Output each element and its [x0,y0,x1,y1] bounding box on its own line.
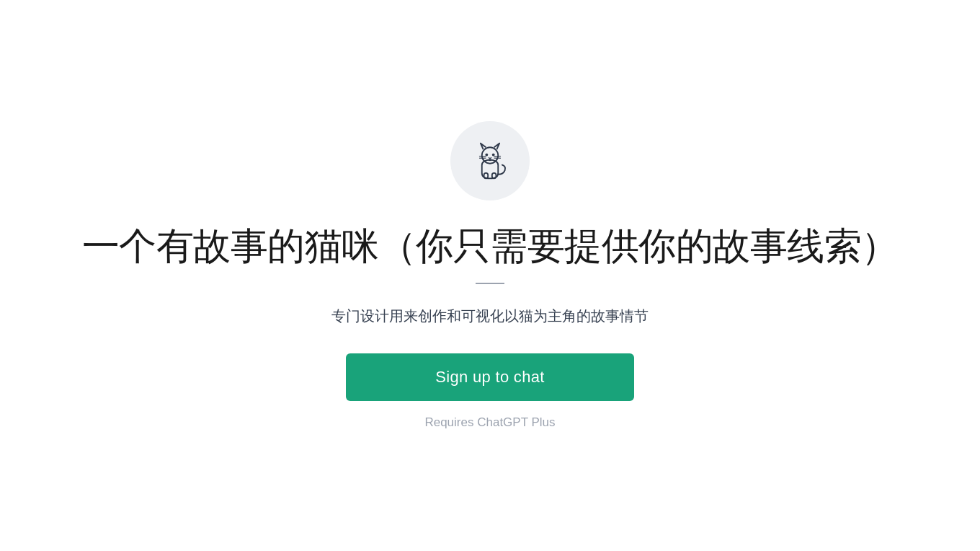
svg-line-3 [479,156,486,157]
avatar [450,121,530,200]
svg-point-0 [482,147,499,164]
subtitle: 专门设计用来创作和可视化以猫为主角的故事情节 [331,304,649,327]
cat-icon [468,139,512,182]
title-divider [476,283,504,284]
svg-point-1 [485,153,488,156]
svg-line-5 [494,156,501,157]
main-container: 一个有故事的猫咪（你只需要提供你的故事线索） 专门设计用来创作和可视化以猫为主角… [0,92,980,459]
signup-button[interactable]: Sign up to chat [346,353,634,401]
svg-point-2 [492,153,495,156]
requires-note: Requires ChatGPT Plus [424,415,555,430]
page-title: 一个有故事的猫咪（你只需要提供你的故事线索） [82,224,899,268]
